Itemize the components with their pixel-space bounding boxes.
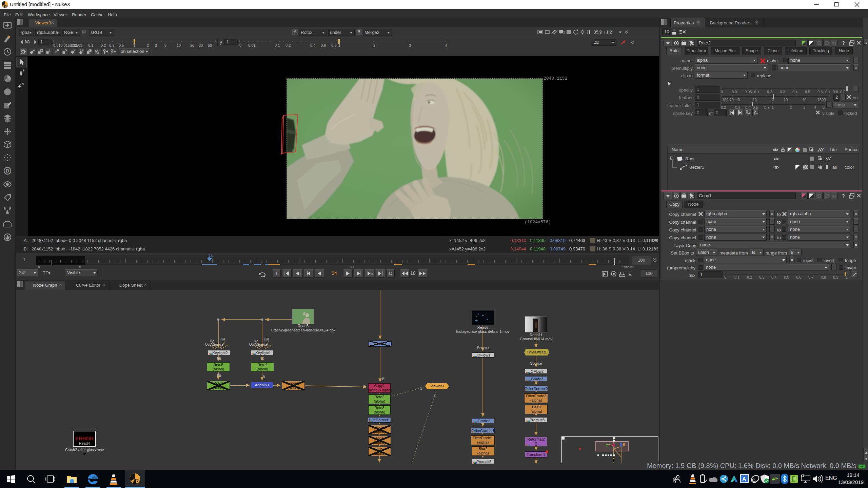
svg-text:D: D	[6, 168, 9, 174]
svg-text:0.2: 0.2	[101, 43, 106, 47]
svg-text:0.6: 0.6	[321, 43, 326, 47]
svg-text:1: 1	[846, 275, 848, 279]
svg-text:0.9: 0.9	[840, 90, 845, 94]
svg-text:0.1: 0.1	[275, 43, 280, 47]
svg-text:♫: ♫	[299, 272, 302, 276]
svg-text:35.9': 35.9'	[594, 30, 603, 35]
svg-text:3: 3	[803, 105, 805, 109]
svg-text:0.2: 0.2	[747, 275, 752, 279]
svg-text:5: 5	[164, 43, 166, 47]
svg-text:0.6: 0.6	[796, 275, 801, 279]
svg-text:0.9: 0.9	[833, 275, 838, 279]
svg-text:0.5: 0.5	[753, 105, 758, 109]
svg-text:-10: -10	[751, 98, 757, 102]
svg-text:20: 20	[190, 43, 194, 47]
svg-text:2: 2	[373, 43, 375, 47]
svg-text:40: 40	[802, 98, 806, 102]
svg-text:0.5: 0.5	[805, 90, 810, 94]
svg-text:0.5: 0.5	[119, 43, 124, 47]
svg-text:0.2: 0.2	[721, 105, 726, 109]
svg-text:4: 4	[814, 105, 816, 109]
svg-text:0: 0	[239, 43, 241, 47]
svg-text:0.3: 0.3	[735, 105, 740, 109]
svg-text:3: 3	[155, 43, 157, 47]
svg-text:1: 1	[772, 105, 774, 109]
svg-text:0.4: 0.4	[792, 90, 797, 94]
svg-text:4: 4	[445, 43, 447, 47]
svg-text:5: 5	[823, 105, 825, 109]
svg-text:0.5: 0.5	[784, 275, 789, 279]
svg-text:0.05: 0.05	[71, 43, 78, 47]
svg-text:0.05: 0.05	[745, 90, 752, 94]
svg-text:0.7: 0.7	[764, 105, 769, 109]
svg-text:10: 10	[177, 43, 181, 47]
svg-text:0.1: 0.1	[754, 90, 759, 94]
svg-text:|: |	[604, 30, 605, 34]
svg-text:30: 30	[199, 43, 203, 47]
svg-text:-40: -40	[734, 98, 740, 102]
svg-text:0.8: 0.8	[331, 43, 336, 47]
svg-text:7600: 7600	[817, 98, 826, 102]
svg-text:♫: ♫	[371, 272, 373, 276]
svg-text:0: 0	[721, 90, 723, 94]
svg-text:2: 2	[147, 43, 149, 47]
svg-text:1:2: 1:2	[606, 30, 612, 35]
svg-text:4: 4	[210, 43, 212, 47]
svg-text:A: A	[742, 476, 746, 482]
svg-text:3: 3	[409, 43, 411, 47]
svg-text:0.1: 0.1	[734, 275, 739, 279]
svg-text:0.7: 0.7	[825, 90, 830, 94]
svg-text:2: 2	[790, 105, 792, 109]
svg-text:1: 1	[133, 43, 135, 47]
svg-text:0.4: 0.4	[745, 105, 750, 109]
svg-text:0.8: 0.8	[833, 90, 838, 94]
svg-text:0.8: 0.8	[821, 275, 826, 279]
svg-text:10: 10	[784, 98, 788, 102]
svg-text:1: 1	[338, 43, 340, 47]
svg-text:0: 0	[772, 98, 774, 102]
svg-text:0.7: 0.7	[808, 275, 813, 279]
svg-text:0.2: 0.2	[285, 43, 291, 47]
svg-text:0.3: 0.3	[780, 90, 785, 94]
svg-text:-100-70: -100-70	[721, 98, 734, 102]
svg-text:0.4: 0.4	[310, 43, 315, 47]
svg-text:0.4: 0.4	[771, 275, 776, 279]
svg-text:0.3: 0.3	[109, 43, 114, 47]
svg-text:0: 0	[724, 275, 726, 279]
svg-text:0.2: 0.2	[767, 90, 772, 94]
svg-text:0.6: 0.6	[817, 90, 823, 94]
svg-text:0.01: 0.01	[732, 90, 739, 94]
svg-text:1: 1	[49, 49, 51, 52]
svg-text:0.01: 0.01	[248, 43, 255, 47]
svg-text:0.1: 0.1	[88, 43, 93, 47]
svg-text:0.3: 0.3	[759, 275, 764, 279]
